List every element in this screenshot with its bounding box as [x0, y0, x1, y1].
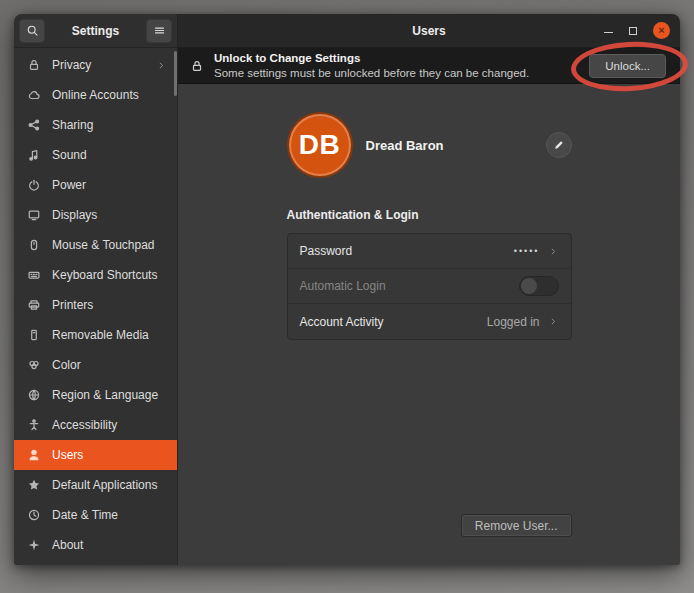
sidebar-item-power[interactable]: Power — [14, 170, 177, 200]
sidebar-item-printers[interactable]: Printers — [14, 290, 177, 320]
sidebar-item-about[interactable]: About — [14, 530, 177, 560]
sidebar-item-accessibility[interactable]: Accessibility — [14, 410, 177, 440]
removable-media-icon — [27, 328, 41, 342]
sidebar-item-label: About — [52, 538, 167, 552]
sidebar-item-privacy[interactable]: Privacy — [14, 50, 177, 80]
sidebar-scrollbar[interactable] — [174, 51, 177, 96]
titlebar-left: Settings — [14, 14, 178, 48]
sidebar-item-label: Region & Language — [52, 388, 167, 402]
printer-icon — [27, 298, 41, 312]
sidebar-item-removable-media[interactable]: Removable Media — [14, 320, 177, 350]
close-button[interactable]: × — [653, 22, 670, 39]
toggle-knob — [521, 278, 537, 294]
sidebar-item-users[interactable]: Users — [14, 440, 177, 470]
chevron-right-icon — [548, 316, 559, 327]
search-icon — [26, 24, 39, 37]
minimize-button[interactable] — [604, 24, 613, 33]
sidebar: PrivacyOnline AccountsSharingSoundPowerD… — [14, 48, 178, 565]
sidebar-item-displays[interactable]: Displays — [14, 200, 177, 230]
row-label: Password — [300, 244, 506, 258]
sidebar-item-label: Online Accounts — [52, 88, 167, 102]
sidebar-item-label: Accessibility — [52, 418, 167, 432]
sidebar-item-label: Removable Media — [52, 328, 167, 342]
settings-window: Settings Users × PrivacyOnline AccountsS… — [14, 14, 680, 565]
row-value: Logged in — [487, 315, 540, 329]
sidebar-item-region-and-language[interactable]: Region & Language — [14, 380, 177, 410]
sidebar-item-label: Default Applications — [52, 478, 167, 492]
unlock-banner-texts: Unlock to Change Settings Some settings … — [214, 51, 529, 80]
sidebar-item-mouse-and-touchpad[interactable]: Mouse & Touchpad — [14, 230, 177, 260]
sidebar-item-label: Power — [52, 178, 167, 192]
row-account-activity[interactable]: Account ActivityLogged in — [288, 304, 571, 339]
unlock-button[interactable]: Unlock... — [589, 54, 666, 78]
lock-icon — [27, 58, 41, 72]
sidebar-item-keyboard-shortcuts[interactable]: Keyboard Shortcuts — [14, 260, 177, 290]
authentication-card: Password•••••Automatic LoginAccount Acti… — [287, 233, 572, 340]
pencil-icon — [553, 139, 565, 151]
clock-icon — [27, 508, 41, 522]
main-area: PrivacyOnline AccountsSharingSoundPowerD… — [14, 48, 680, 565]
search-button[interactable] — [19, 19, 45, 43]
power-icon — [27, 178, 41, 192]
automatic-login-toggle[interactable] — [519, 276, 559, 296]
titlebar: Settings Users × — [14, 14, 680, 48]
users-panel: Unlock to Change Settings Some settings … — [178, 48, 680, 565]
sidebar-item-default-applications[interactable]: Default Applications — [14, 470, 177, 500]
sidebar-item-label: Keyboard Shortcuts — [52, 268, 167, 282]
sidebar-item-online-accounts[interactable]: Online Accounts — [14, 80, 177, 110]
sidebar-item-label: Date & Time — [52, 508, 167, 522]
page-title: Users — [412, 24, 445, 38]
sidebar-item-label: Mouse & Touchpad — [52, 238, 167, 252]
row-label: Account Activity — [300, 315, 479, 329]
row-label: Automatic Login — [300, 279, 511, 293]
sidebar-item-sharing[interactable]: Sharing — [14, 110, 177, 140]
lock-icon — [190, 59, 204, 73]
sidebar-item-color[interactable]: Color — [14, 350, 177, 380]
sidebar-item-date-and-time[interactable]: Date & Time — [14, 500, 177, 530]
user-icon — [27, 448, 41, 462]
sidebar-item-label: Users — [52, 448, 167, 462]
star-icon — [27, 478, 41, 492]
window-controls: × — [604, 14, 670, 47]
sidebar-item-label: Sound — [52, 148, 167, 162]
edit-name-button[interactable] — [546, 132, 572, 158]
avatar: DB — [287, 112, 353, 178]
sidebar-item-label: Sharing — [52, 118, 167, 132]
unlock-banner-subtitle: Some settings must be unlocked before th… — [214, 66, 529, 80]
music-note-icon — [27, 148, 41, 162]
chevron-right-icon — [548, 246, 559, 257]
row-password[interactable]: Password••••• — [288, 234, 571, 269]
sidebar-item-label: Privacy — [52, 58, 145, 72]
user-full-name: Dread Baron — [366, 138, 444, 153]
globe-icon — [27, 388, 41, 402]
window-title-settings: Settings — [45, 24, 146, 38]
sparkle-icon — [27, 538, 41, 552]
menu-button[interactable] — [146, 19, 172, 43]
chevron-right-icon — [156, 60, 167, 71]
keyboard-icon — [27, 268, 41, 282]
section-title-authentication: Authentication & Login — [287, 208, 572, 222]
cloud-icon — [27, 88, 41, 102]
sidebar-item-label: Displays — [52, 208, 167, 222]
sidebar-item-label: Printers — [52, 298, 167, 312]
hamburger-menu-icon — [153, 24, 166, 37]
unlock-banner-title: Unlock to Change Settings — [214, 51, 529, 65]
profile-row: DB Dread Baron — [287, 112, 572, 178]
accessibility-icon — [27, 418, 41, 432]
users-page: DB Dread Baron Authentication & Login Pa… — [178, 84, 680, 565]
share-icon — [27, 118, 41, 132]
sidebar-item-sound[interactable]: Sound — [14, 140, 177, 170]
maximize-button[interactable] — [629, 27, 637, 35]
row-automatic-login: Automatic Login — [288, 269, 571, 304]
remove-user-button[interactable]: Remove User... — [461, 514, 572, 537]
color-icon — [27, 358, 41, 372]
titlebar-right: Users × — [178, 14, 680, 48]
sidebar-item-label: Color — [52, 358, 167, 372]
mouse-icon — [27, 238, 41, 252]
unlock-banner: Unlock to Change Settings Some settings … — [178, 48, 680, 84]
row-value: ••••• — [514, 246, 540, 256]
display-icon — [27, 208, 41, 222]
remove-user-row: Remove User... — [287, 514, 572, 565]
